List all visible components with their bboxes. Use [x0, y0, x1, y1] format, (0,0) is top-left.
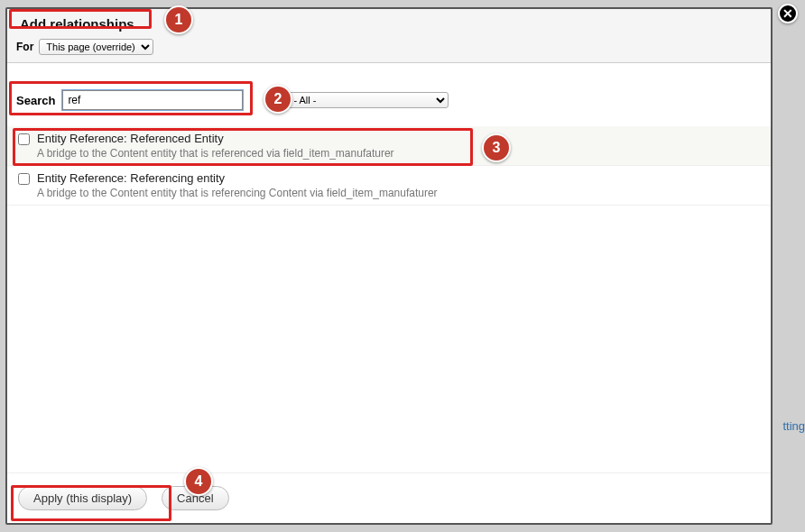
- cancel-button[interactable]: Cancel: [162, 486, 228, 510]
- result-checkbox[interactable]: [18, 173, 30, 185]
- apply-button[interactable]: Apply (this display): [18, 486, 147, 510]
- for-row: For This page (override): [16, 39, 762, 55]
- result-desc: A bridge to the Content entity that is r…: [37, 187, 438, 199]
- results-list: Entity Reference: Referenced Entity A br…: [7, 126, 771, 472]
- for-label: For: [16, 41, 33, 53]
- add-relationships-modal: Add relationships For This page (overrid…: [5, 7, 773, 525]
- result-item[interactable]: Entity Reference: Referencing entity A b…: [7, 166, 771, 206]
- bg-partial-text: tting: [782, 419, 805, 433]
- result-desc: A bridge to the Content entity that is r…: [37, 147, 394, 160]
- search-row: Search - All -: [7, 63, 771, 126]
- result-title: Entity Reference: Referenced Entity: [37, 132, 394, 145]
- filter-row: - All -: [286, 92, 449, 108]
- result-title: Entity Reference: Referencing entity: [37, 171, 438, 185]
- for-select[interactable]: This page (override): [39, 39, 153, 55]
- filter-select[interactable]: - All -: [286, 92, 449, 108]
- result-checkbox[interactable]: [18, 133, 30, 145]
- modal-title: Add relationships: [16, 14, 138, 33]
- search-label: Search: [16, 94, 55, 107]
- close-icon[interactable]: ✕: [778, 4, 798, 23]
- modal-footer: Apply (this display) Cancel: [7, 472, 771, 523]
- result-texts: Entity Reference: Referencing entity A b…: [37, 171, 438, 199]
- result-texts: Entity Reference: Referenced Entity A br…: [37, 132, 394, 160]
- search-input[interactable]: [62, 90, 243, 110]
- result-item[interactable]: Entity Reference: Referenced Entity A br…: [7, 126, 771, 166]
- modal-header: Add relationships For This page (overrid…: [7, 9, 771, 63]
